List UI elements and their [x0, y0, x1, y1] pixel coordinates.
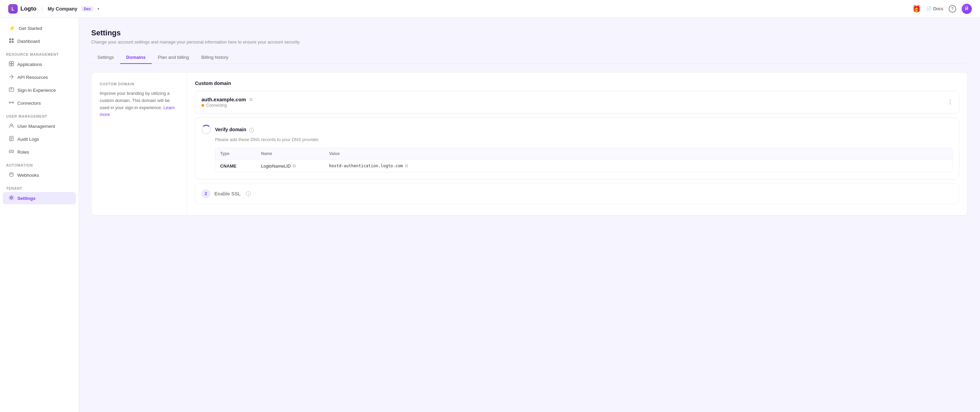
svg-rect-1 [12, 38, 14, 40]
svg-rect-2 [9, 41, 11, 43]
sidebar-item-applications[interactable]: Applications [3, 58, 76, 70]
spinner-icon [202, 125, 211, 134]
dns-table-row: CNAME LogtoNameLID ⧉ hostd-authenticatio… [215, 159, 953, 172]
tab-domains[interactable]: Domains [120, 51, 152, 64]
sidebar: ⚡ Get Started Dashboard Resource Managem… [0, 18, 79, 412]
verify-description: Please add these DNS records to your DNS… [215, 137, 953, 142]
nav-divider [42, 5, 42, 12]
domain-box: auth.example.com ⧉ Connecting ⋮ [195, 91, 959, 114]
topnav: L Logto My Company Dev ▾ 🎁 📄 Docs ? Й [0, 0, 980, 18]
sidebar-label-user-management: User Management [18, 124, 55, 129]
company-name[interactable]: My Company [48, 6, 77, 11]
svg-rect-0 [9, 38, 11, 40]
dns-col-type: Type [220, 151, 261, 156]
domain-name: auth.example.com [202, 97, 246, 102]
settings-icon [9, 195, 14, 201]
domain-header: auth.example.com ⧉ Connecting ⋮ [195, 91, 959, 113]
api-resources-icon [9, 74, 14, 80]
tab-settings[interactable]: Settings [91, 51, 120, 64]
sidebar-label-audit-logs: Audit Logs [18, 137, 39, 142]
sidebar-item-api-resources[interactable]: API Resources [3, 71, 76, 83]
copy-domain-icon[interactable]: ⧉ [250, 97, 253, 102]
section-automation: Automation [0, 158, 79, 169]
ssl-header: 2 Enable SSL i [202, 189, 953, 198]
sidebar-item-webhooks[interactable]: Webhooks [3, 169, 76, 181]
sidebar-item-audit-logs[interactable]: Audit Logs [3, 133, 76, 145]
copy-name-icon[interactable]: ⧉ [293, 163, 296, 169]
svg-rect-3 [12, 41, 14, 43]
sidebar-label-settings: Settings [18, 196, 35, 201]
verify-title: Verify domain [215, 127, 247, 132]
gift-icon[interactable]: 🎁 [912, 5, 921, 13]
dns-name: LogtoNameLID ⧉ [261, 163, 329, 169]
svg-point-10 [12, 102, 14, 103]
tab-plan-billing[interactable]: Plan and billing [152, 51, 195, 64]
dns-col-name: Name [261, 151, 329, 156]
env-badge[interactable]: Dev [81, 6, 93, 11]
company-chevron-icon[interactable]: ▾ [97, 6, 99, 11]
domain-status: Connecting [202, 103, 253, 108]
section-user-management: User Management [0, 109, 79, 120]
sidebar-item-roles[interactable]: Roles [3, 146, 76, 158]
status-text: Connecting [206, 103, 227, 108]
sidebar-item-dashboard[interactable]: Dashboard [3, 35, 76, 47]
custom-domain-section-label: Custom Domain [100, 82, 178, 86]
svg-point-9 [9, 102, 11, 103]
applications-icon [9, 61, 14, 67]
svg-point-11 [11, 124, 13, 126]
verify-info-icon[interactable]: i [249, 128, 254, 133]
help-button[interactable]: ? [949, 5, 956, 13]
dashboard-icon [9, 38, 14, 44]
page-subtitle: Change your account settings and manage … [91, 40, 968, 44]
logo-text: Logto [21, 5, 37, 12]
connectors-icon [9, 100, 14, 106]
docs-label: Docs [933, 6, 943, 11]
svg-point-15 [11, 197, 12, 198]
docs-link[interactable]: 📄 Docs [926, 6, 943, 11]
domain-name-row: auth.example.com ⧉ [202, 97, 253, 102]
logo-block: L Logto [8, 4, 37, 14]
svg-rect-6 [9, 64, 11, 66]
docs-icon: 📄 [926, 6, 932, 11]
status-dot [202, 104, 204, 107]
domain-info: auth.example.com ⧉ Connecting [202, 97, 253, 108]
svg-rect-4 [9, 62, 11, 63]
page-title: Settings [91, 29, 968, 37]
verify-title-row: Verify domain i [215, 127, 254, 133]
sidebar-item-get-started[interactable]: ⚡ Get Started [3, 22, 76, 34]
roles-icon [9, 149, 14, 155]
tab-billing-history[interactable]: Billing history [195, 51, 234, 64]
copy-value-icon[interactable]: ⧉ [405, 163, 408, 169]
verify-domain-header: Verify domain i [202, 125, 953, 134]
logo-icon: L [8, 4, 18, 14]
audit-logs-icon [9, 136, 14, 142]
sidebar-item-connectors[interactable]: Connectors [3, 97, 76, 109]
webhooks-icon [9, 172, 14, 178]
ssl-info-icon[interactable]: i [246, 192, 251, 196]
svg-point-14 [10, 173, 14, 177]
dns-table: Type Name Value CNAME LogtoNameLID ⧉ [215, 147, 953, 172]
sidebar-item-sign-in-experience[interactable]: Sign-in Experience [3, 84, 76, 96]
custom-domain-description: Improve your branding by utilizing a cus… [100, 90, 178, 118]
user-management-icon [9, 123, 14, 129]
sidebar-item-settings[interactable]: Settings [3, 192, 76, 204]
tab-bar: Settings Domains Plan and billing Billin… [91, 51, 968, 64]
layout: ⚡ Get Started Dashboard Resource Managem… [0, 18, 980, 412]
user-avatar[interactable]: Й [962, 4, 972, 14]
dns-type: CNAME [220, 163, 261, 169]
dns-table-header: Type Name Value [215, 148, 953, 159]
ssl-step-badge: 2 [202, 189, 210, 198]
dns-col-value: Value [329, 151, 948, 156]
sidebar-label-webhooks: Webhooks [18, 173, 39, 178]
ssl-title: Enable SSL [215, 191, 240, 196]
learn-more-link[interactable]: Learn more [100, 105, 175, 117]
sidebar-label-roles: Roles [18, 150, 29, 155]
card-right: Custom domain auth.example.com ⧉ [187, 73, 967, 215]
sidebar-label-get-started: Get Started [19, 26, 42, 31]
card-left: Custom Domain Improve your branding by u… [92, 73, 187, 215]
sidebar-item-user-management[interactable]: User Management [3, 120, 76, 132]
more-options-icon[interactable]: ⋮ [947, 99, 953, 105]
custom-domain-card: Custom Domain Improve your branding by u… [91, 72, 968, 216]
sign-in-experience-icon [9, 87, 14, 93]
dns-value: hostd-authentication.logto.com ⧉ [329, 163, 948, 169]
